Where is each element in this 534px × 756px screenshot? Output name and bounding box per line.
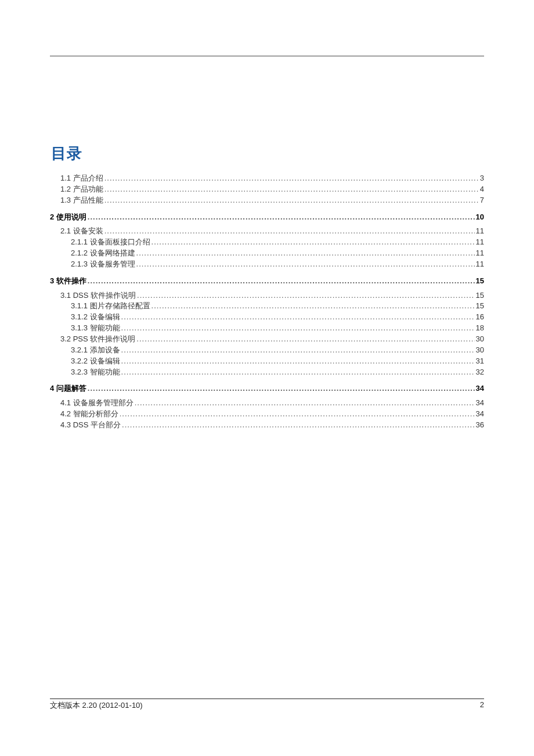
toc-entry-label: 3.1.2 设备编辑 xyxy=(71,312,120,323)
toc-entry[interactable]: 4.1 设备服务管理部分 34 xyxy=(50,398,484,409)
page-footer: 文档版本 2.20 (2012-01-10) 2 xyxy=(50,699,484,711)
toc-entry-leader xyxy=(86,383,475,394)
toc-entry-page: 11 xyxy=(475,248,484,259)
toc-entry-label: 3.2 PSS 软件操作说明 xyxy=(60,334,135,345)
toc-entry-leader xyxy=(150,301,475,312)
toc-entry[interactable]: 3.2 PSS 软件操作说明 30 xyxy=(50,334,484,345)
toc-entry-label: 1.1 产品介绍 xyxy=(60,173,103,184)
toc-entry-label: 3.1 DSS 软件操作说明 xyxy=(60,290,136,301)
toc-entry-leader xyxy=(136,290,475,301)
toc-entry[interactable]: 4.3 DSS 平台部分 36 xyxy=(50,420,484,431)
toc-entry[interactable]: 4.2 智能分析部分 34 xyxy=(50,409,484,420)
toc-entry-page: 15 xyxy=(475,276,484,287)
toc-entry-label: 2.1.1 设备面板接口介绍 xyxy=(71,237,150,248)
toc-entry-leader xyxy=(86,276,475,287)
toc-entry-page: 7 xyxy=(479,195,484,206)
toc-entry-label: 3 软件操作 xyxy=(50,276,86,287)
toc-entry-label: 3.1.3 智能功能 xyxy=(71,323,120,334)
toc-entry-leader xyxy=(103,184,479,195)
toc-entry-label: 3.2.1 添加设备 xyxy=(71,345,120,356)
toc-entry-label: 1.2 产品功能 xyxy=(60,184,103,195)
toc-entry-label: 1.3 产品性能 xyxy=(60,195,103,206)
toc-entry-label: 4.1 设备服务管理部分 xyxy=(60,398,134,409)
toc-entry-page: 30 xyxy=(475,334,484,345)
toc-entry-page: 4 xyxy=(479,184,484,195)
toc-entry-leader xyxy=(86,212,475,223)
header-rule xyxy=(50,56,484,56)
toc-entry-page: 11 xyxy=(475,237,484,248)
toc-entry-label: 4.2 智能分析部分 xyxy=(60,409,118,420)
toc-entry-page: 3 xyxy=(479,173,484,184)
toc-entry-leader xyxy=(135,259,475,270)
toc-entry-leader xyxy=(120,323,475,334)
toc-entry[interactable]: 3.2.1 添加设备 30 xyxy=(50,345,484,356)
toc-list: 1.1 产品介绍 31.2 产品功能 41.3 产品性能 72 使用说明 102… xyxy=(50,173,484,431)
toc-entry-leader xyxy=(120,367,475,378)
toc-entry-leader xyxy=(150,237,475,248)
toc-entry[interactable]: 2 使用说明 10 xyxy=(50,212,484,223)
toc-entry[interactable]: 2.1.3 设备服务管理 11 xyxy=(50,259,484,270)
toc-entry[interactable]: 3.1.3 智能功能 18 xyxy=(50,323,484,334)
toc-title: 目录 xyxy=(51,143,484,164)
toc-entry-page: 31 xyxy=(475,356,484,367)
toc-entry[interactable]: 3.2.2 设备编辑 31 xyxy=(50,356,484,367)
toc-entry-leader xyxy=(103,173,479,184)
toc-entry-page: 18 xyxy=(475,323,484,334)
toc-entry-page: 34 xyxy=(475,383,484,394)
toc-entry-leader xyxy=(118,409,475,420)
toc-entry-page: 11 xyxy=(475,226,484,237)
toc-entry[interactable]: 3.2.3 智能功能 32 xyxy=(50,367,484,378)
footer-page-number: 2 xyxy=(480,700,484,711)
toc-entry-label: 2.1.2 设备网络搭建 xyxy=(71,248,135,259)
toc-entry-leader xyxy=(135,334,474,345)
toc-entry[interactable]: 4 问题解答 34 xyxy=(50,383,484,394)
document-page: 目录 1.1 产品介绍 31.2 产品功能 41.3 产品性能 72 使用说明 … xyxy=(0,0,534,756)
toc-entry-page: 32 xyxy=(475,367,484,378)
toc-entry-label: 2.1.3 设备服务管理 xyxy=(71,259,135,270)
toc-entry[interactable]: 1.3 产品性能 7 xyxy=(50,195,484,206)
toc-entry-label: 4 问题解答 xyxy=(50,383,86,394)
toc-entry-label: 3.2.3 智能功能 xyxy=(71,367,120,378)
toc-entry-leader xyxy=(134,398,475,409)
toc-entry-page: 15 xyxy=(475,290,484,301)
toc-entry-page: 15 xyxy=(475,301,484,312)
toc-entry-page: 34 xyxy=(475,409,484,420)
toc-entry-label: 2.1 设备安装 xyxy=(60,226,103,237)
toc-entry[interactable]: 2.1.1 设备面板接口介绍 11 xyxy=(50,237,484,248)
toc-entry-leader xyxy=(120,312,475,323)
footer-version: 文档版本 2.20 (2012-01-10) xyxy=(50,700,143,711)
toc-entry-page: 34 xyxy=(475,398,484,409)
toc-entry-leader xyxy=(135,248,475,259)
toc-entry-label: 3.2.2 设备编辑 xyxy=(71,356,120,367)
toc-entry-label: 3.1.1 图片存储路径配置 xyxy=(71,301,150,312)
toc-entry-page: 16 xyxy=(475,312,484,323)
toc-entry-leader xyxy=(120,356,475,367)
toc-entry-leader xyxy=(121,420,475,431)
toc-entry-page: 11 xyxy=(475,259,484,270)
toc-entry-page: 30 xyxy=(475,345,484,356)
toc-entry[interactable]: 2.1.2 设备网络搭建 11 xyxy=(50,248,484,259)
toc-entry-page: 10 xyxy=(475,212,484,223)
toc-entry-leader xyxy=(120,345,475,356)
toc-entry[interactable]: 3.1.2 设备编辑 16 xyxy=(50,312,484,323)
toc-entry[interactable]: 1.1 产品介绍 3 xyxy=(50,173,484,184)
toc-entry[interactable]: 3.1.1 图片存储路径配置 15 xyxy=(50,301,484,312)
toc-entry[interactable]: 3 软件操作 15 xyxy=(50,276,484,287)
toc-entry-leader xyxy=(103,226,475,237)
toc-entry-page: 36 xyxy=(475,420,484,431)
toc-entry-leader xyxy=(103,195,479,206)
toc-entry[interactable]: 3.1 DSS 软件操作说明 15 xyxy=(50,290,484,301)
toc-entry[interactable]: 1.2 产品功能 4 xyxy=(50,184,484,195)
toc-entry[interactable]: 2.1 设备安装 11 xyxy=(50,226,484,237)
toc-entry-label: 2 使用说明 xyxy=(50,212,86,223)
toc-entry-label: 4.3 DSS 平台部分 xyxy=(60,420,121,431)
